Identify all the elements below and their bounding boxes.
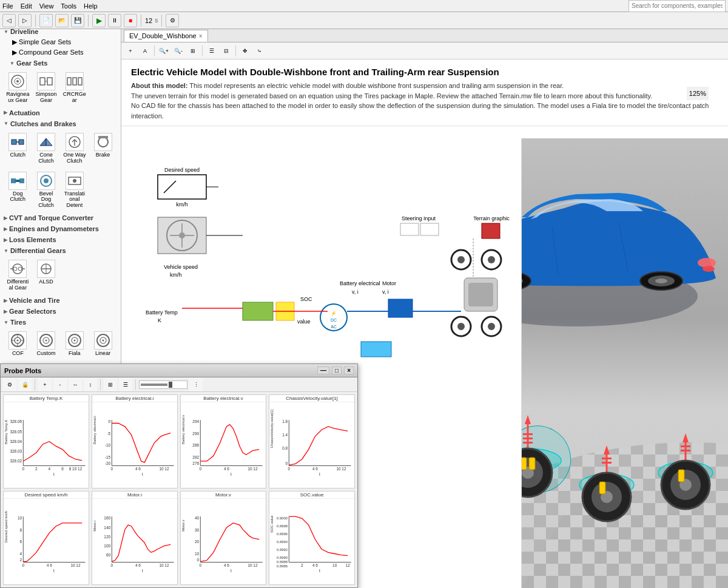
save-button[interactable]: 💾 xyxy=(71,14,84,27)
comp-bevel-dog[interactable]: Bevel Dog Clutch xyxy=(33,171,59,211)
zoomout-btn[interactable]: 🔍- xyxy=(172,44,185,58)
svg-text:4 6: 4 6 xyxy=(47,563,52,567)
list-view-btn[interactable]: ☰ xyxy=(205,44,218,58)
pause-button[interactable]: ⏸ xyxy=(108,14,121,27)
config-button[interactable]: ⚙ xyxy=(166,14,179,27)
pan-btn[interactable]: ✥ xyxy=(238,44,252,58)
probe-zoomout-btn[interactable]: - xyxy=(53,378,67,391)
svg-text:10: 10 xyxy=(332,563,337,567)
svg-text:10 12: 10 12 xyxy=(70,563,81,567)
menu-help[interactable]: Help xyxy=(84,2,98,10)
sim-time-unit: s xyxy=(155,17,158,24)
probe-slider[interactable] xyxy=(139,380,187,389)
tab-close-button[interactable]: × xyxy=(199,33,203,39)
grid-view-btn[interactable]: ⊟ xyxy=(220,44,233,58)
comp-one-way[interactable]: One Way Clutch xyxy=(62,132,88,166)
tree-engines[interactable]: Engines and Dynamometers xyxy=(0,223,121,234)
tree-simple-gear-sets[interactable]: ▶ Simple Gear Sets xyxy=(0,37,121,47)
plot-battery-i-title: Battery electrical.i xyxy=(92,395,177,402)
svg-text:Motor.v: Motor.v xyxy=(181,519,185,531)
toolbar-separator-2 xyxy=(88,15,89,27)
comp-custom[interactable]: Custom xyxy=(33,330,59,358)
probe-panx-btn[interactable]: ↔ xyxy=(69,378,82,391)
menu-file[interactable]: File xyxy=(2,2,13,10)
probe-minimize-btn[interactable]: — xyxy=(317,367,329,374)
svg-text:2: 2 xyxy=(35,467,38,471)
probe-maximize-btn[interactable]: □ xyxy=(332,367,342,374)
tree-actuation[interactable]: Actuation xyxy=(0,107,121,118)
menu-view[interactable]: View xyxy=(39,2,54,10)
plot-battery-v: Battery electrical.v 294 290 286 282 276… xyxy=(180,394,266,488)
comp-alsd[interactable]: ALSD xyxy=(33,259,59,292)
annotate-btn[interactable]: A xyxy=(138,44,152,58)
svg-text:0: 0 xyxy=(22,563,25,567)
probe-close-btn[interactable]: × xyxy=(344,367,354,374)
svg-rect-132 xyxy=(523,438,533,439)
cof-icon xyxy=(8,331,27,350)
open-button[interactable]: 📂 xyxy=(55,14,69,27)
comp-crcr[interactable]: CRCRGear xyxy=(62,71,88,105)
comp-brake[interactable]: Brake xyxy=(90,132,116,166)
connect-btn[interactable]: ⤷ xyxy=(253,44,266,58)
comp-dog-clutch[interactable]: Dog Clutch xyxy=(5,171,31,211)
probe-scroll-btn[interactable]: ⋮ xyxy=(189,378,203,391)
svg-text:Desired speed km/h: Desired speed km/h xyxy=(4,511,8,543)
stop-button[interactable]: ■ xyxy=(124,14,137,27)
add-block-btn[interactable]: + xyxy=(124,44,137,58)
svg-text:10 12: 10 12 xyxy=(159,467,169,471)
svg-text:4 6: 4 6 xyxy=(135,467,141,471)
menu-tools[interactable]: Tools xyxy=(61,2,76,10)
probe-settings-btn[interactable]: ⚙ xyxy=(3,378,16,391)
tree-cvt[interactable]: CVT and Torque Converter xyxy=(0,212,121,223)
tree-loss[interactable]: Loss Elements xyxy=(0,234,121,245)
comp-ravigneaux[interactable]: Ravigneaux Gear xyxy=(5,71,31,105)
plot-battery-v-svg: 294 290 286 282 276 0 4 6 10 12 t Batter… xyxy=(181,402,266,487)
tree-gear-sets[interactable]: Gear Sets xyxy=(0,58,121,69)
plot-desired-speed: Desired speed km/h 10 8 6 4 2 0 4 6 10 1… xyxy=(3,491,89,585)
comp-linear[interactable]: Linear xyxy=(90,330,116,358)
plot-motor-i-title: Motor.i xyxy=(92,492,177,499)
back-button[interactable]: ◁ xyxy=(2,14,16,27)
svg-rect-138 xyxy=(522,458,527,470)
tree-clutches[interactable]: Clutches and Brakes xyxy=(0,118,121,129)
probe-zoomin-btn[interactable]: + xyxy=(38,378,52,391)
search-input[interactable] xyxy=(629,0,726,12)
tree-differential[interactable]: Differential Gears xyxy=(0,245,121,256)
svg-point-110 xyxy=(655,279,667,283)
new-button[interactable]: 📄 xyxy=(39,14,53,27)
probe-pany-btn[interactable]: ↕ xyxy=(84,378,97,391)
alsd-icon xyxy=(37,260,55,278)
svg-text:Battery Temp.K: Battery Temp.K xyxy=(4,420,8,444)
svg-text:0: 0 xyxy=(288,467,291,471)
tree-tires[interactable]: Tires xyxy=(0,317,121,328)
probe-lock-btn[interactable]: 🔒 xyxy=(18,378,32,391)
fit-btn[interactable]: ⊞ xyxy=(186,44,200,58)
custom-icon xyxy=(37,331,55,350)
plot-soc: SOC.value 0.9000 0.8998 0.8996 0.8994 0.… xyxy=(269,491,355,585)
comp-fiala[interactable]: Fiala xyxy=(62,330,88,358)
comp-cof[interactable]: COF xyxy=(5,330,31,358)
comp-diff-gear[interactable]: Differential Gear xyxy=(5,259,31,292)
tree-compound-gear-sets[interactable]: ▶ Compound Gear Sets xyxy=(0,47,121,58)
zoomin-btn[interactable]: 🔍+ xyxy=(157,44,170,58)
tree-gear-selectors[interactable]: Gear Selectors xyxy=(0,306,121,317)
play-button[interactable]: ▶ xyxy=(92,14,106,27)
svg-text:40: 40 xyxy=(195,516,200,521)
fwd-button[interactable]: ▷ xyxy=(18,14,32,27)
tree-vehicle-tire[interactable]: Vehicle and Tire xyxy=(0,295,121,306)
model-description: Electric Vehicle Model with Double-Wishb… xyxy=(121,59,728,126)
comp-clutch[interactable]: Clutch xyxy=(5,132,31,166)
comp-cone-clutch[interactable]: Cone Clutch xyxy=(33,132,59,166)
probe-grid-btn[interactable]: ⊞ xyxy=(104,378,117,391)
plot-battery-temp: Battery Temp.K 328.06 328.05 328.04 328.… xyxy=(3,394,89,488)
probe-list-btn[interactable]: ☰ xyxy=(119,378,132,391)
svg-marker-134 xyxy=(525,415,531,424)
svg-text:Battery electrical: Battery electrical xyxy=(340,280,380,286)
svg-text:0: 0 xyxy=(197,558,200,562)
svg-text:328.03: 328.03 xyxy=(10,449,22,453)
menu-edit[interactable]: Edit xyxy=(21,2,32,10)
comp-trans-detent[interactable]: Translational Detent xyxy=(62,171,88,211)
comp-simpson[interactable]: Simpson Gear xyxy=(33,71,59,105)
svg-text:Motor.i: Motor.i xyxy=(93,521,96,532)
main-tab[interactable]: EV_Double_Wishbone × xyxy=(124,30,208,42)
